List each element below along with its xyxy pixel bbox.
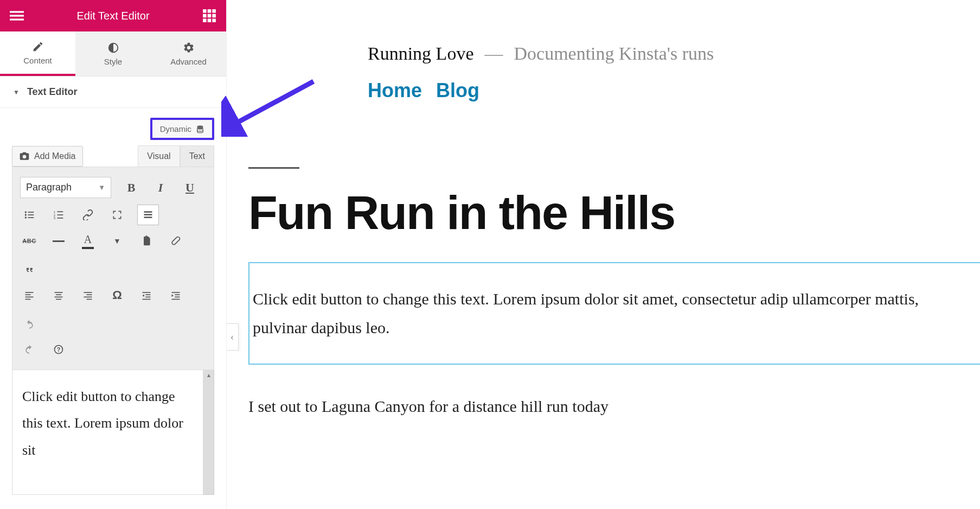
blockquote-button[interactable]: [20, 261, 39, 279]
svg-rect-5: [212, 9, 216, 13]
svg-rect-35: [56, 299, 61, 300]
svg-rect-9: [203, 18, 207, 22]
svg-rect-2: [10, 18, 24, 20]
camera-music-icon: [19, 151, 30, 162]
svg-rect-14: [28, 212, 34, 213]
format-select[interactable]: Paragraph ▼: [20, 177, 111, 198]
collapse-panel-button[interactable]: ‹: [227, 323, 239, 351]
svg-rect-45: [175, 294, 180, 295]
post-paragraph: I set out to Laguna Canyon for a distanc…: [248, 397, 980, 416]
svg-rect-1: [10, 15, 24, 16]
editor-scrollbar[interactable]: ▴: [203, 370, 214, 495]
help-button[interactable]: ?: [49, 340, 68, 359]
text-color-button[interactable]: A: [79, 232, 97, 250]
link-button[interactable]: [79, 206, 97, 224]
preview-canvas: ‹ Running Love — Documenting Kinsta's ru…: [227, 0, 980, 509]
site-tagline: Documenting Kinsta's runs: [514, 43, 714, 64]
svg-point-15: [25, 214, 27, 215]
bold-button[interactable]: B: [122, 179, 140, 197]
tab-advanced[interactable]: Advanced: [151, 31, 226, 76]
outdent-button[interactable]: [137, 286, 156, 304]
svg-point-13: [25, 211, 27, 213]
text-color-dropdown[interactable]: ▼: [108, 232, 126, 250]
fullscreen-button[interactable]: [108, 206, 126, 224]
indent-button[interactable]: [166, 286, 185, 304]
apps-grid-icon[interactable]: [202, 9, 216, 23]
paste-button[interactable]: [137, 232, 156, 250]
site-header: Running Love — Documenting Kinsta's runs…: [248, 43, 980, 102]
svg-rect-42: [145, 297, 150, 298]
svg-rect-4: [208, 9, 212, 13]
menu-icon[interactable]: [10, 9, 24, 23]
post-title: Fun Run in the Hills: [248, 185, 980, 240]
svg-point-17: [25, 217, 27, 218]
gear-icon: [183, 42, 195, 54]
numbered-list-button[interactable]: 123: [49, 206, 68, 224]
site-title: Running Love: [368, 43, 473, 64]
section-text-editor[interactable]: ▼ Text Editor: [0, 77, 226, 108]
special-char-button[interactable]: Ω: [108, 286, 126, 304]
tab-text[interactable]: Text: [180, 145, 214, 167]
svg-rect-0: [10, 11, 24, 12]
svg-rect-40: [143, 292, 151, 293]
align-center-button[interactable]: [49, 286, 68, 304]
svg-rect-24: [57, 218, 63, 219]
dynamic-label: Dynamic: [160, 124, 191, 133]
nav-blog[interactable]: Blog: [436, 79, 479, 102]
dynamic-button[interactable]: Dynamic: [150, 118, 214, 140]
svg-rect-29: [25, 294, 31, 295]
post-divider: [248, 167, 299, 169]
underline-button[interactable]: U: [181, 179, 199, 197]
align-left-button[interactable]: [20, 286, 39, 304]
clear-formatting-button[interactable]: [166, 232, 185, 250]
wysiwyg-toolbar: Paragraph ▼ B I U 123 ABC A ▼: [12, 167, 214, 370]
horizontal-rule-button[interactable]: [49, 232, 68, 250]
svg-rect-34: [55, 297, 63, 298]
redo-button[interactable]: [20, 340, 39, 359]
bulleted-list-button[interactable]: [20, 206, 39, 224]
chevron-down-icon: ▼: [98, 183, 105, 192]
database-icon: [196, 125, 204, 133]
svg-rect-28: [25, 292, 34, 293]
svg-rect-11: [212, 18, 216, 22]
site-separator: —: [484, 43, 503, 64]
svg-rect-41: [145, 294, 150, 295]
tab-content[interactable]: Content: [0, 31, 75, 76]
svg-rect-25: [144, 211, 152, 213]
svg-rect-27: [144, 217, 152, 218]
align-right-button[interactable]: [79, 286, 97, 304]
svg-rect-6: [203, 14, 207, 18]
svg-rect-26: [144, 214, 152, 215]
svg-rect-16: [28, 214, 34, 215]
nav-home[interactable]: Home: [368, 79, 422, 102]
selected-text-block[interactable]: Click edit button to change this text. L…: [248, 262, 980, 365]
svg-rect-30: [25, 297, 34, 298]
tab-visual[interactable]: Visual: [138, 145, 180, 167]
toolbar-toggle-button[interactable]: [137, 205, 159, 225]
strikethrough-button[interactable]: ABC: [20, 232, 39, 250]
svg-rect-20: [57, 211, 63, 212]
add-media-button[interactable]: Add Media: [12, 146, 83, 167]
svg-rect-38: [84, 297, 92, 298]
tab-style[interactable]: Style: [75, 31, 151, 76]
svg-rect-10: [208, 18, 212, 22]
sidebar-title: Edit Text Editor: [24, 10, 202, 22]
section-title-label: Text Editor: [27, 86, 78, 98]
site-nav: Home Blog: [368, 79, 980, 102]
editor-tabs: Content Style Advanced: [0, 31, 226, 77]
svg-text:?: ?: [57, 346, 61, 353]
svg-rect-8: [212, 14, 216, 18]
add-media-label: Add Media: [34, 151, 76, 161]
caret-down-icon: ▼: [13, 88, 20, 96]
italic-button[interactable]: I: [151, 179, 170, 197]
svg-rect-3: [203, 9, 207, 13]
undo-button[interactable]: [20, 315, 39, 334]
tab-style-label: Style: [104, 57, 122, 66]
svg-rect-33: [56, 294, 61, 295]
svg-rect-44: [172, 292, 180, 293]
editor-textarea[interactable]: Click edit button to change this text. L…: [12, 370, 203, 495]
format-select-label: Paragraph: [26, 182, 72, 193]
svg-rect-47: [172, 299, 180, 300]
pencil-icon: [32, 41, 44, 53]
svg-rect-32: [55, 292, 63, 293]
